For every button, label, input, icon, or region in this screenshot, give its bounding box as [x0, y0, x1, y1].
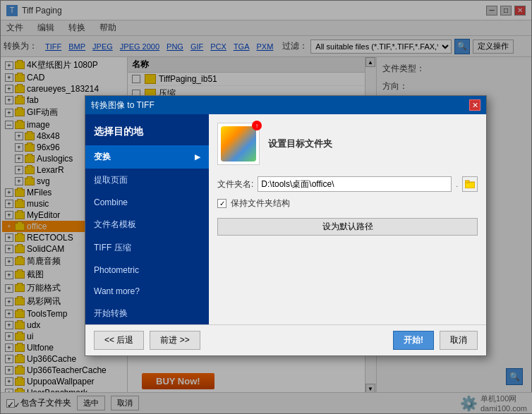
- folder-browse-button[interactable]: [462, 176, 478, 192]
- dialog-footer: << 后退 前进 >> 开始! 取消: [85, 324, 486, 355]
- dialog-left-panel: 选择目的地 变换 ▶ 提取页面 Combine 文件名模板 TIFF 压缩 Ph…: [85, 114, 209, 324]
- dialog-title: 转换图像 to TIFF: [91, 99, 155, 111]
- start-button[interactable]: 开始!: [393, 331, 434, 350]
- dialog-menu-tiff-compress[interactable]: TIFF 压缩: [85, 236, 209, 260]
- cancel-dialog-button[interactable]: 取消: [440, 331, 478, 350]
- dialog-app-icon-box: !: [217, 123, 260, 165]
- svg-rect-1: [465, 181, 469, 183]
- next-button[interactable]: 前进 >>: [150, 331, 200, 350]
- folder-name-row: 文件夹名: .: [217, 176, 478, 192]
- dialog-menu-photometric[interactable]: Photometric: [85, 260, 209, 281]
- dialog-title-bar: 转换图像 to TIFF ✕: [85, 96, 486, 114]
- keep-structure-row: ✓ 保持文件夹结构: [217, 197, 478, 209]
- dialog-icon-badge: !: [252, 121, 262, 130]
- dialog-close-button[interactable]: ✕: [469, 99, 480, 111]
- set-default-path-button[interactable]: 设为默认路径: [217, 218, 478, 236]
- dialog-body: 选择目的地 变换 ▶ 提取页面 Combine 文件名模板 TIFF 压缩 Ph…: [85, 114, 486, 324]
- dialog-right-panel: ! 设置目标文件夹 文件夹名: . ✓ 保持文件夹结构: [209, 114, 486, 324]
- dialog-right-title: 设置目标文件夹: [268, 138, 332, 150]
- transform-arrow-icon: ▶: [195, 153, 200, 161]
- back-button[interactable]: << 后退: [94, 331, 144, 350]
- dialog-section-title: 选择目的地: [85, 114, 209, 145]
- dialog-menu-extract[interactable]: 提取页面: [85, 169, 209, 192]
- dialog-menu-filename[interactable]: 文件名模板: [85, 213, 209, 236]
- keep-structure-checkbox[interactable]: ✓: [217, 199, 226, 208]
- dialog-menu-start[interactable]: 开始转换: [85, 302, 209, 324]
- folder-name-label: 文件夹名:: [217, 178, 253, 190]
- dialog-menu-combine[interactable]: Combine: [85, 192, 209, 213]
- dialog-right-header: ! 设置目标文件夹: [217, 123, 478, 165]
- convert-dialog: 转换图像 to TIFF ✕ 选择目的地 变换 ▶ 提取页面 Combine 文…: [85, 95, 487, 356]
- dialog-menu-transform[interactable]: 变换 ▶: [85, 145, 209, 169]
- folder-name-input[interactable]: [258, 176, 452, 192]
- keep-structure-label: 保持文件夹结构: [231, 197, 290, 209]
- dialog-menu-wantmore[interactable]: Want more?: [85, 281, 209, 302]
- dialog-app-icon: [221, 126, 256, 162]
